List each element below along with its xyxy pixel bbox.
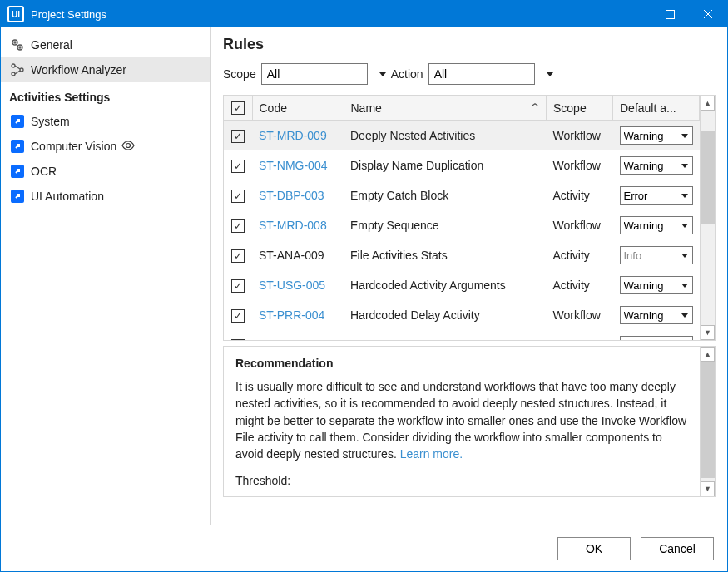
rule-checkbox[interactable]: ✓ [231,130,245,143]
svg-point-4 [19,47,21,48]
ok-button[interactable]: OK [557,537,631,560]
rule-action-select[interactable]: Warning [620,276,693,294]
scroll-up-arrow[interactable]: ▲ [701,347,715,362]
cancel-button[interactable]: Cancel [641,537,714,560]
sidebar-item-general[interactable]: General [1,32,210,57]
rule-action-select[interactable]: Error [620,336,693,340]
rule-checkbox[interactable]: ✓ [231,249,245,263]
rules-heading: Rules [223,36,716,53]
arrow-box-icon [9,188,26,205]
sidebar-item-ui-automation[interactable]: UI Automation [1,184,210,209]
rule-name: Hardcoded Delay Activity [344,300,547,330]
action-select[interactable]: All [428,63,535,85]
sidebar-item-label: UI Automation [31,190,104,203]
dialog-footer: OK Cancel [1,525,727,571]
rule-code: ST-ANA-009 [259,249,324,262]
titlebar: Ui Project Settings [1,1,727,27]
arrow-box-icon [9,113,26,130]
sidebar-item-label: Computer Vision [31,140,116,153]
sidebar-item-system[interactable]: System [1,109,210,134]
table-scrollbar[interactable]: ▲ ▼ [700,96,715,340]
rule-action-select[interactable]: Warning [620,156,693,175]
sidebar-item-computer-vision[interactable]: Computer Vision [1,134,210,159]
scope-select[interactable]: All [261,63,368,85]
window-maximize-button[interactable] [651,1,689,27]
table-row[interactable]: ✓ST-MRD-009Deeply Nested ActivitiesWorkf… [224,121,700,151]
sidebar-item-ocr[interactable]: OCR [1,159,210,184]
recommendation-title: Recommendation [235,357,688,370]
main-panel: Rules Scope All Action All ✓ [211,27,727,525]
rule-action-select[interactable]: Error [620,186,693,205]
svg-point-2 [14,42,16,43]
svg-point-3 [17,45,22,50]
column-header-name[interactable]: Name [344,96,547,121]
column-header-scope[interactable]: Scope [547,96,613,121]
rule-checkbox[interactable]: ✓ [231,339,245,341]
rule-checkbox[interactable]: ✓ [231,219,245,233]
filters-row: Scope All Action All [223,63,716,85]
rules-table: ✓ Code Name Scope Default a... ✓ST-MRD-0… [224,96,700,340]
scope-label: Scope [223,67,256,81]
svg-point-7 [20,68,23,72]
rule-name: Empty Sequence [344,210,547,240]
table-row[interactable]: ✓ST-DBP-003Empty Catch BlockActivityErro… [224,180,700,210]
learn-more-link[interactable]: Learn more. [400,447,463,461]
rule-name: Hardcoded Activity Arguments [344,270,547,300]
rule-code[interactable]: ST-PRR-004 [259,308,324,322]
column-header-checkbox[interactable]: ✓ [224,96,252,121]
recommendation-body: It is usually more difficult to see and … [235,378,688,462]
sidebar-item-label: OCR [31,165,57,178]
svg-point-1 [12,40,17,45]
column-header-code[interactable]: Code [252,96,344,121]
sidebar-item-label: General [31,38,72,52]
table-row[interactable]: ✓ST-USG-005Hardcoded Activity ArgumentsA… [224,270,700,300]
scroll-up-arrow[interactable]: ▲ [701,96,715,111]
rule-name: Empty Catch Block [344,180,547,210]
table-row[interactable]: ✓ST-ANA-009File Activities StatsActivity… [224,240,700,270]
rule-scope: Activity [547,240,613,270]
rules-table-container: ✓ Code Name Scope Default a... ✓ST-MRD-0… [223,95,716,341]
rule-code[interactable]: ST-USG-005 [259,279,325,292]
rule-scope: Activity [547,270,613,300]
arrow-box-icon [9,163,26,180]
table-row[interactable]: ✓ST-DBP-002High Arguments CountWorkflowE… [224,330,700,340]
rule-checkbox[interactable]: ✓ [231,190,245,203]
arrow-box-icon [9,138,26,155]
rule-scope: Workflow [547,330,613,340]
table-row[interactable]: ✓ST-NMG-004Display Name DuplicationWorkf… [224,150,700,180]
window-close-button[interactable] [689,1,727,27]
rule-code[interactable]: ST-MRD-009 [259,129,327,142]
table-row[interactable]: ✓ST-MRD-008Empty SequenceWorkflowWarning [224,210,700,240]
table-row[interactable]: ✓ST-PRR-004Hardcoded Delay ActivityWorkf… [224,300,700,330]
rule-name: File Activities Stats [344,240,547,270]
branch-icon [9,62,26,78]
rule-action-select[interactable]: Info [620,246,693,264]
rule-code[interactable]: ST-NMG-004 [259,159,327,172]
rule-code[interactable]: ST-DBP-003 [259,189,324,202]
column-header-action[interactable]: Default a... [613,96,700,121]
svg-point-6 [12,72,15,76]
rule-action-select[interactable]: Warning [620,216,693,234]
sidebar-item-workflow-analyzer[interactable]: Workflow Analyzer [1,57,210,82]
scroll-down-arrow[interactable]: ▼ [701,481,715,496]
scroll-down-arrow[interactable]: ▼ [701,325,715,340]
rule-scope: Workflow [547,121,613,151]
rule-scope: Activity [547,180,613,210]
rule-checkbox[interactable]: ✓ [231,309,245,323]
rule-code[interactable]: ST-DBP-002 [259,338,324,340]
rule-name: Display Name Duplication [344,150,547,180]
eye-icon [121,139,135,155]
recommendation-scrollbar[interactable]: ▲ ▼ [700,347,715,496]
rule-code[interactable]: ST-MRD-008 [259,219,327,232]
rule-scope: Workflow [547,300,613,330]
sidebar-section-activities: Activities Settings [1,82,210,109]
sidebar-item-label: Workflow Analyzer [31,63,126,76]
rule-checkbox[interactable]: ✓ [231,160,245,173]
rule-action-select[interactable]: Warning [620,306,693,324]
rule-checkbox[interactable]: ✓ [231,279,245,293]
svg-point-8 [126,143,131,147]
rule-action-select[interactable]: Warning [620,126,693,145]
window-title: Project Settings [31,8,651,21]
rule-name: High Arguments Count [344,330,547,340]
rule-scope: Workflow [547,150,613,180]
